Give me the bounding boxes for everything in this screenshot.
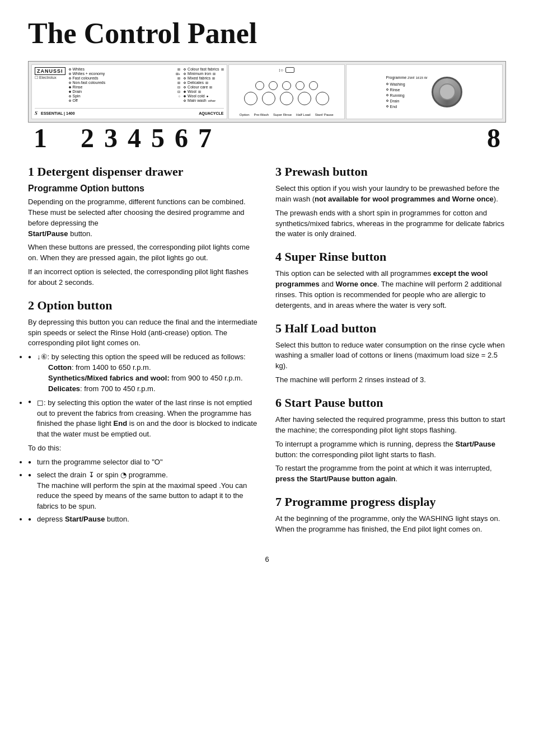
half-load-p2: The machine will perform 2 rinses instea… [275, 375, 506, 386]
content-columns: 1 Detergent dispenser drawer Programme O… [28, 165, 506, 538]
panel-mid: ↕○ Option Pre-Wash Super Rinse [228, 64, 345, 119]
section-3-title: 3 Prewash button [275, 165, 506, 179]
number-label-5: 5 [151, 123, 165, 153]
prog-progress-p1: At the beginning of the programme, only … [275, 514, 506, 535]
todo-label: To do this: [28, 443, 259, 454]
super-rinse-p1: This option can be selected with all pro… [275, 269, 506, 311]
number-label-7: 7 [198, 123, 212, 153]
option-bullet-2: ◻: by selecting this option the water of… [28, 397, 259, 440]
number-label-4: 4 [128, 123, 141, 153]
section-5-title: 5 Half Load button [275, 321, 506, 336]
number-label-8: 8 [487, 123, 500, 153]
number-label-3: 3 [104, 123, 118, 153]
prog-option-p1: Depending on the programme, different fu… [28, 197, 259, 239]
left-column: 1 Detergent dispenser drawer Programme O… [28, 165, 259, 538]
section-1-title: 1 Detergent dispenser drawer [28, 165, 259, 179]
todo-item-1: turn the programme selector dial to "O" [28, 457, 259, 468]
start-pause-p1: After having selected the required progr… [275, 415, 506, 436]
status-indicators: Programme ZWF 1615 W Washing Rinse Runni… [386, 76, 428, 109]
cotton-info: Cotton: from 1400 to 650 r.p.m. Syntheti… [48, 363, 259, 395]
number-label-2: 2 [81, 123, 94, 153]
section-7-title: 7 Programme progress display [275, 495, 506, 509]
number-label-1: 1 [34, 123, 47, 153]
todo-bullets: turn the programme selector dial to "O" … [28, 457, 259, 525]
option-bullets: ↓⑥: by selecting this option the speed w… [28, 352, 259, 440]
number-labels-row: 1 2 3 4 5 6 7 8 [28, 123, 506, 153]
option-btn-p1: By depressing this button you can reduce… [28, 317, 259, 349]
todo-item-3: depress Start/Pause button. [28, 514, 259, 525]
panel-right: Programme ZWF 1615 W Washing Rinse Runni… [346, 64, 503, 119]
prewash-p1: Select this option if you wish your laun… [275, 184, 506, 205]
prog-option-p3: If an incorrect option is selected, the … [28, 267, 259, 288]
section-2-title: 2 Option button [28, 298, 259, 313]
panel-image: ZANUSSI ☐ Electrolux Whites⊞ Whites + ec… [28, 61, 506, 123]
page-title: The Control Panel [28, 17, 506, 50]
panel-bottom-bar: 𝑺 ESSENTIAL | 1400 AQUACYCLE [35, 108, 224, 116]
start-pause-p3: To restart the programme from the point … [275, 463, 506, 485]
brand-logo: ZANUSSI [35, 67, 65, 75]
section-6-title: 6 Start Pause button [275, 396, 506, 410]
prewash-p2: The prewash ends with a short spin in pr… [275, 208, 506, 240]
section-4-title: 4 Super Rinse button [275, 250, 506, 264]
right-column: 3 Prewash button Select this option if y… [275, 165, 506, 538]
start-pause-p2: To interrupt a programme which is runnin… [275, 439, 506, 461]
brand-sub: ☐ Electrolux [35, 76, 65, 80]
section-prog-option-title: Programme Option buttons [28, 184, 259, 194]
todo-item-2: select the drain ↧ or spin ◔ programme. … [28, 470, 259, 512]
programme-knob[interactable] [432, 77, 462, 107]
page-number: 6 [28, 555, 506, 564]
prog-option-p2: When these buttons are pressed, the corr… [28, 242, 259, 264]
half-load-p1: Select this button to reduce water consu… [275, 340, 506, 372]
right-options: Colour fast fabrics⊞ Minimum iron⊞ Mixed… [184, 67, 223, 102]
panel-left: ZANUSSI ☐ Electrolux Whites⊞ Whites + ec… [31, 64, 227, 119]
number-label-6: 6 [175, 123, 188, 153]
option-bullet-1: ↓⑥: by selecting this option the speed w… [28, 352, 259, 394]
options-grid: Whites⊞ Whites + economy⊞+ Fast coloured… [69, 67, 181, 102]
